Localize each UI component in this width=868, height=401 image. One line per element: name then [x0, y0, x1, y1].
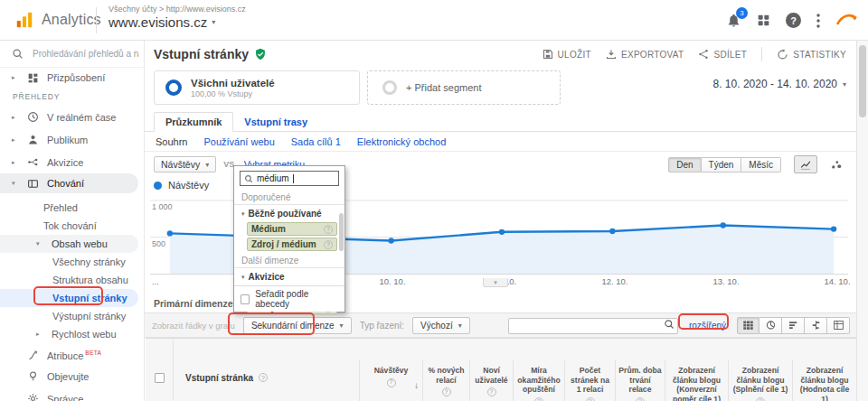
sidebar-item-discover[interactable]: Objevujte [0, 365, 144, 387]
sidebar-item-landing-pages[interactable]: Vstupní stránky [0, 289, 138, 307]
brand-logo[interactable]: Analytics [14, 10, 101, 30]
dropdown-scrollbar[interactable] [339, 213, 344, 251]
subtab-site-usage[interactable]: Používání webu [203, 136, 274, 147]
help-button[interactable]: ? [786, 13, 801, 28]
sort-alphabetically-checkbox[interactable] [241, 294, 250, 304]
help-icon[interactable]: ? [534, 397, 543, 401]
table-search-input[interactable] [508, 318, 678, 334]
sidebar-item-exit-pages[interactable]: Výstupní stránky [0, 307, 144, 325]
help-icon[interactable]: ? [756, 397, 765, 401]
sidebar-item-behavior-overview[interactable]: Přehled [0, 199, 144, 217]
sidebar-search[interactable] [0, 41, 144, 68]
help-icon[interactable]: ? [636, 397, 645, 401]
dimension-search-box[interactable]: médium [240, 171, 339, 186]
column-header-bounce-rate[interactable]: Míra okamžitého opuštění? [513, 360, 564, 401]
column-header-goal-conversion-rate[interactable]: Zobrazení článku blogu (Konverzní poměr … [665, 360, 728, 401]
save-button[interactable]: ULOŽIT [542, 49, 591, 60]
metric-selector[interactable]: Návštěvy ▾ [154, 156, 216, 173]
account-selector[interactable]: www.evisions.cz ▾ [108, 14, 246, 30]
sidebar-item-acquisition[interactable]: ▸ Akvizice [0, 151, 144, 173]
table-toolbar: Zobrazit řádky v grafu Sekundární dimenz… [145, 312, 857, 338]
sidebar-item-customization[interactable]: ▸ Přizpůsobení [0, 68, 144, 88]
export-button[interactable]: EXPORTOVAT [606, 49, 684, 60]
sidebar-item-behavior-flow[interactable]: Tok chování [0, 217, 144, 235]
sidebar-item-site-speed[interactable]: ▸ Rychlost webu [0, 325, 144, 343]
column-header-avg-session-duration[interactable]: Prům. doba trvání relace? [615, 360, 665, 401]
column-header-pages-per-session[interactable]: Počet stránek na 1 relaci? [564, 360, 615, 401]
performance-view-button[interactable] [782, 317, 805, 334]
sidebar-item-label: Objevujte [47, 371, 89, 382]
sidebar-item-realtime[interactable]: ▸ V reálném čase [0, 106, 144, 128]
chevron-right-icon: ▸ [12, 74, 19, 81]
granularity-day-button[interactable]: Den [668, 157, 701, 173]
comparison-view-button[interactable] [805, 317, 827, 334]
sidebar-item-label: Vstupní stránky [52, 293, 127, 303]
help-icon[interactable]: ? [442, 387, 451, 396]
sidebar-item-site-content[interactable]: ▾ Obsah webu [0, 235, 138, 253]
notifications-button[interactable]: 3 [726, 13, 741, 28]
plot-rows-button[interactable]: Zobrazit řádky v grafu [152, 321, 235, 331]
group-commonly-used[interactable]: ▾ Běžně používané [234, 205, 344, 220]
sidebar-item-label: V reálném čase [47, 112, 116, 123]
help-icon[interactable]: ? [586, 397, 595, 401]
reports-section-label: PŘEHLEDY [0, 88, 144, 106]
chevron-right-icon: ▸ [12, 159, 19, 166]
primary-dimension-label: Primární dimenze: [154, 298, 236, 309]
select-all-checkbox[interactable] [155, 373, 165, 383]
help-icon[interactable]: ? [487, 387, 496, 396]
add-segment-button[interactable]: + Přidat segment [367, 70, 561, 105]
sidebar-item-admin[interactable]: Správce [0, 387, 144, 401]
scrollbar-thumb[interactable] [859, 45, 866, 117]
apps-grid-button[interactable] [757, 14, 770, 27]
help-icon[interactable]: ? [259, 373, 268, 382]
tab-entrance-paths[interactable]: Vstupní trasy [233, 113, 318, 131]
subtab-summary[interactable]: Souhrn [156, 136, 187, 147]
sort-alphabetically-row[interactable]: Seřadit podle abecedy [234, 285, 344, 312]
person-icon [27, 134, 39, 145]
pivot-view-button[interactable] [827, 317, 850, 334]
sidebar-item-content-drilldown[interactable]: Struktura obsahu [0, 271, 144, 289]
help-icon[interactable]: ? [324, 225, 333, 234]
segment-all-users[interactable]: Všichni uživatelé 100,00 % Vstupy [154, 70, 360, 105]
motion-chart-toggle-button[interactable] [825, 155, 848, 173]
subtab-ecommerce[interactable]: Elektronický obchod [357, 136, 446, 147]
secondary-dimension-button[interactable]: Sekundární dimenze ▾ [243, 317, 352, 334]
bars-icon [788, 320, 799, 331]
group-acquisition-dims[interactable]: ▾ Akvizice [234, 268, 344, 284]
acquisition-icon [27, 156, 39, 168]
date-range-picker[interactable]: 8. 10. 2020 - 14. 10. 2020 ▾ [713, 70, 846, 90]
percentage-view-button[interactable] [760, 317, 782, 334]
column-header-sessions[interactable]: Návštěvy? ↓ [359, 360, 422, 401]
dimension-option-source-medium[interactable]: Zdroj / médium? [247, 238, 337, 251]
insights-button[interactable]: STATISTIKY [777, 49, 846, 61]
subtab-goal-set-1[interactable]: Sada cílů 1 [291, 136, 341, 147]
column-header-new-sessions[interactable]: % nových relací? [422, 360, 469, 401]
sidebar-item-attribution[interactable]: AtribuceBETA [0, 345, 144, 365]
column-header-new-users[interactable]: Noví uživatelé? [469, 360, 513, 401]
help-icon[interactable]: ? [387, 378, 396, 387]
page-scrollbar[interactable] [856, 41, 868, 401]
sidebar-item-all-pages[interactable]: Všechny stránky [0, 253, 144, 271]
column-header-goal-completions[interactable]: Zobrazení článku blogu (Splnění cíle 1)? [728, 360, 792, 401]
table-view-button[interactable] [737, 317, 760, 334]
segment-row: Všichni uživatelé 100,00 % Vstupy + Přid… [145, 68, 857, 110]
tab-explorer[interactable]: Průzkumník [154, 112, 233, 132]
beta-badge: BETA [85, 350, 101, 356]
chart-collapse-button[interactable]: ▾ [483, 278, 508, 287]
dimension-option-medium[interactable]: Médium? [247, 222, 337, 236]
search-input[interactable] [33, 49, 139, 59]
sidebar-item-behavior[interactable]: ▾ Chování [0, 173, 138, 193]
column-header-goal-value[interactable]: Zobrazení článku blogu (Hodnota cíle 1)? [792, 360, 856, 401]
granularity-month-button[interactable]: Měsíc [741, 157, 781, 173]
granularity-week-button[interactable]: Týden [702, 157, 742, 173]
sort-type-selector[interactable]: Výchozí ▾ [412, 317, 470, 334]
advanced-filter-link[interactable]: rozšířený [686, 321, 729, 331]
share-button[interactable]: SDÍLET [698, 49, 747, 60]
column-header-landing-page[interactable]: Vstupní stránka? [173, 339, 359, 401]
avatar[interactable] [835, 12, 859, 30]
sidebar-item-audience[interactable]: ▸ Publikum [0, 128, 144, 151]
line-chart-toggle-button[interactable] [794, 155, 817, 173]
help-icon[interactable]: ? [324, 240, 333, 249]
overflow-menu-button[interactable] [816, 14, 820, 28]
search-icon[interactable] [664, 319, 675, 330]
